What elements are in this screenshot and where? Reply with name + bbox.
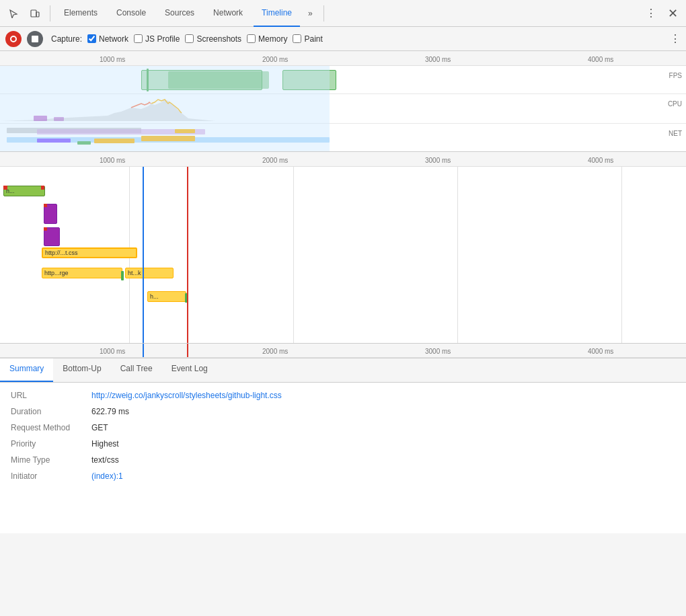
marker-red	[187, 167, 188, 344]
fps-label: FPS	[669, 72, 682, 79]
screenshots-checkbox-group: Screenshots	[185, 34, 241, 44]
url-key: URL	[11, 391, 91, 400]
tab-event-log[interactable]: Event Log	[162, 358, 217, 382]
request-label-large: http...rge	[44, 270, 69, 276]
paint-checkbox-group: Paint	[293, 34, 322, 44]
overview-tracks: FPS CPU	[0, 66, 686, 152]
initiator-value: (index):1	[91, 471, 675, 481]
record-button[interactable]	[5, 31, 22, 47]
request-label-htk: ht...k	[128, 270, 141, 276]
net-label: NET	[669, 130, 682, 137]
more-tabs-button[interactable]: »	[303, 5, 318, 22]
devtools-nav: Elements Console Sources Network Timelin…	[0, 0, 686, 27]
mimetype-key: Mime Type	[11, 455, 91, 465]
duration-key: Duration	[11, 407, 91, 416]
request-bar-css[interactable]: http://...t.css	[42, 247, 137, 258]
vline-2000	[293, 167, 294, 344]
cpu-label: CPU	[668, 100, 682, 108]
tab-elements[interactable]: Elements	[56, 0, 106, 27]
bottom-ruler-inner: 1000 ms 2000 ms 3000 ms 4000 ms	[0, 344, 686, 358]
url-link[interactable]: http://zweig.co/jankyscroll/stylesheets/…	[91, 391, 282, 400]
screenshots-checkbox[interactable]	[185, 34, 194, 43]
bottom-ruler-2000: 2000 ms	[262, 348, 288, 355]
tab-timeline[interactable]: Timeline	[254, 0, 300, 27]
method-key: Request Method	[11, 423, 91, 432]
initiator-link[interactable]: (index):1	[91, 471, 123, 481]
toolbar-overflow-icon[interactable]: ⋮	[670, 32, 681, 45]
jsprof-checkbox-group: JS Profile	[134, 34, 180, 44]
panel-tabs: Summary Bottom-Up Call Tree Event Log	[0, 358, 686, 383]
request-bar-htk[interactable]: ht...k	[125, 268, 174, 278]
nav-separator-1	[50, 5, 50, 22]
paint-checkbox[interactable]	[293, 34, 301, 43]
timeline-select[interactable]: 1000 ms 2000 ms 3000 ms 4000 ms h... htt…	[0, 152, 686, 344]
capture-toolbar: Capture: Network JS Profile Screenshots …	[0, 27, 686, 51]
network-checkbox[interactable]	[87, 34, 96, 43]
device-icon[interactable]	[26, 4, 44, 23]
tab-bottom-up[interactable]: Bottom-Up	[53, 358, 110, 382]
jsprof-checkbox[interactable]	[134, 34, 143, 43]
tab-network[interactable]: Network	[205, 0, 251, 27]
record-icon	[10, 36, 17, 42]
initiator-key: Initiator	[11, 471, 91, 481]
select-ruler-4000: 4000 ms	[588, 157, 613, 164]
memory-checkbox-label[interactable]: Memory	[258, 34, 287, 44]
url-value: http://zweig.co/jankyscroll/stylesheets/…	[91, 391, 675, 400]
memory-checkbox-group: Memory	[247, 34, 287, 44]
bottom-marker-red	[187, 344, 188, 357]
network-checkbox-group: Network	[87, 34, 128, 44]
ruler-label-3000: 3000 ms	[425, 56, 451, 63]
capture-label: Capture:	[51, 34, 82, 44]
priority-value: Highest	[91, 439, 675, 449]
nav-separator-2	[323, 5, 324, 22]
vline-4000	[621, 167, 622, 344]
close-devtools-button[interactable]: ✕	[663, 4, 682, 23]
select-ruler-3000: 3000 ms	[425, 157, 451, 164]
stop-button[interactable]	[27, 31, 43, 47]
bottom-ruler-3000: 3000 ms	[425, 348, 451, 355]
request-bar-html[interactable]: h...	[3, 186, 45, 196]
ruler-label-2000: 2000 ms	[262, 56, 288, 63]
svg-rect-1	[36, 12, 39, 17]
mimetype-value: text/css	[91, 455, 675, 465]
overview-ruler: 1000 ms 2000 ms 3000 ms 4000 ms	[0, 51, 686, 66]
svg-rect-0	[31, 10, 36, 17]
screenshots-checkbox-label[interactable]: Screenshots	[196, 34, 241, 44]
summary-content: URL http://zweig.co/jankyscroll/styleshe…	[0, 383, 686, 489]
timeline-overview[interactable]: 1000 ms 2000 ms 3000 ms 4000 ms FPS	[0, 51, 686, 152]
vline-3000	[457, 167, 458, 344]
ruler-label-4000: 4000 ms	[588, 56, 613, 63]
request-flag-green	[121, 271, 124, 280]
stop-icon	[32, 36, 38, 42]
select-ruler-1000: 1000 ms	[100, 157, 125, 164]
duration-value: 622.79 ms	[91, 407, 675, 416]
bottom-ruler-4000: 4000 ms	[588, 348, 613, 355]
tab-sources[interactable]: Sources	[157, 0, 202, 27]
marker-blue	[143, 167, 144, 344]
request-bar-last[interactable]: h...	[147, 291, 186, 302]
paint-checkbox-label[interactable]: Paint	[304, 34, 322, 44]
ruler-label-1000: 1000 ms	[100, 56, 125, 63]
request-flag-red	[3, 186, 7, 190]
jsprof-checkbox-label[interactable]: JS Profile	[145, 34, 180, 44]
bottom-ruler-1000: 1000 ms	[100, 348, 125, 355]
request-label-css: http://...t.css	[45, 249, 78, 256]
bottom-panel: Summary Bottom-Up Call Tree Event Log UR…	[0, 358, 686, 533]
request-flag-purple2	[44, 227, 47, 231]
overview-selection[interactable]	[0, 66, 330, 152]
tab-call-tree[interactable]: Call Tree	[111, 358, 162, 382]
devtools-menu-button[interactable]: ⋮	[642, 4, 660, 23]
request-flag-red2	[41, 186, 44, 190]
network-checkbox-label[interactable]: Network	[99, 34, 128, 44]
select-ruler: 1000 ms 2000 ms 3000 ms 4000 ms	[0, 152, 686, 167]
memory-checkbox[interactable]	[247, 34, 256, 43]
tab-console[interactable]: Console	[108, 0, 154, 27]
request-label-last: h...	[150, 293, 159, 300]
method-value: GET	[91, 423, 675, 432]
network-requests-area: h... http://...t.css http...rge ht...k	[0, 167, 686, 344]
tab-summary[interactable]: Summary	[0, 358, 53, 382]
cursor-icon[interactable]	[4, 4, 23, 23]
bottom-marker-blue	[143, 344, 144, 357]
request-bar-large[interactable]: http...rge	[42, 268, 122, 278]
priority-key: Priority	[11, 439, 91, 449]
